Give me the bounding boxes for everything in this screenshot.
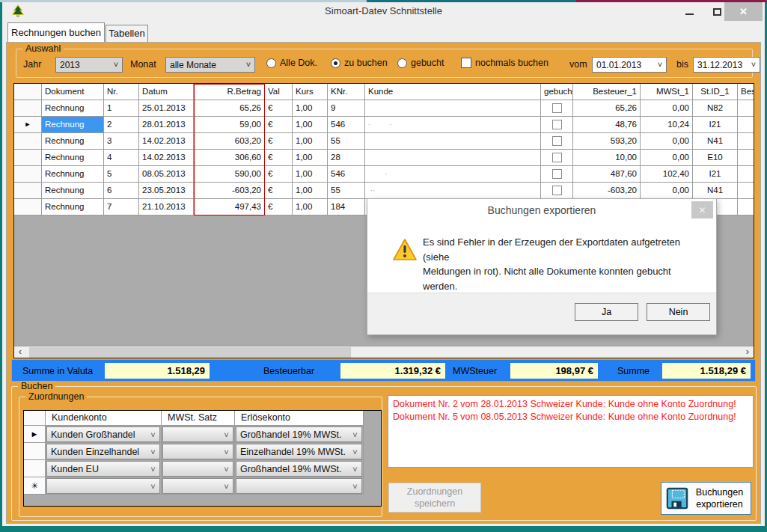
grid-header-cell[interactable]: MWSt_1 xyxy=(641,84,693,100)
grid-header-cell[interactable]: Kunde xyxy=(365,84,541,100)
row-selector[interactable] xyxy=(14,199,42,215)
row-selector[interactable] xyxy=(14,150,42,166)
grid-cell-nr[interactable]: 5 xyxy=(104,166,139,183)
grid-cell-rest[interactable] xyxy=(738,199,754,215)
grid-header-cell[interactable]: R.Betrag xyxy=(194,84,265,100)
scroll-left-icon[interactable]: ‹ xyxy=(14,346,26,358)
grid-cell-datum[interactable]: 21.10.2013 xyxy=(139,199,194,215)
grid-cell-datum[interactable]: 14.02.2013 xyxy=(139,150,194,166)
zuordnungen-select-kundenkonto[interactable]: Kunden Großhandel˅ xyxy=(46,426,160,442)
grid-header-cell[interactable]: Datum xyxy=(139,84,194,100)
grid-cell-nr[interactable]: 4 xyxy=(104,150,139,166)
grid-header-cell[interactable]: Kurs xyxy=(293,84,328,100)
close-button[interactable]: ✕ xyxy=(724,2,763,21)
grid-header-cell[interactable]: Bester xyxy=(738,84,754,100)
grid-cell-datum[interactable]: 08.05.2013 xyxy=(139,166,194,183)
grid-header-cell[interactable] xyxy=(14,84,42,100)
grid-cell-kunde[interactable]: ·· xyxy=(365,183,541,199)
grid-cell-besteuer1[interactable]: 487,60 xyxy=(573,166,641,183)
grid-cell-rbetrag[interactable]: 59,00 xyxy=(194,117,265,133)
grid-cell-besteuer1[interactable]: -603,20 xyxy=(573,183,641,199)
zuordnungen-select-erloesekonto[interactable]: ˅ xyxy=(236,478,362,494)
grid-cell-nr[interactable]: 7 xyxy=(104,199,139,215)
grid-cell-rbetrag[interactable]: 497,43 xyxy=(194,199,265,215)
grid-cell-gebucht[interactable] xyxy=(541,100,573,117)
grid-cell-knr[interactable]: 55 xyxy=(328,133,365,150)
grid-cell-knr[interactable]: 184 xyxy=(328,199,365,215)
grid-cell-knr[interactable]: 546 xyxy=(328,166,365,183)
grid-cell-nr[interactable]: 1 xyxy=(104,100,139,117)
grid-header-cell[interactable]: Dokument xyxy=(42,84,104,100)
grid-cell-kunde[interactable] xyxy=(365,133,541,150)
grid-cell-kunde[interactable]: · xyxy=(365,166,541,183)
grid-cell-rest[interactable] xyxy=(738,183,754,199)
grid-cell-dokument[interactable]: Rechnung xyxy=(42,183,104,199)
grid-cell-knr[interactable]: 546 xyxy=(328,117,365,133)
grid-cell-kunde[interactable] xyxy=(365,100,541,117)
grid-header-cell[interactable]: St.ID_1 xyxy=(693,84,738,100)
scrollbar-thumb[interactable] xyxy=(29,347,351,358)
grid-cell-stid1[interactable]: E10 xyxy=(693,150,738,166)
grid-cell-rest[interactable] xyxy=(738,117,754,133)
zuordnungen-select-erloesekonto[interactable]: Einzelhandel 19% MWSt.˅ xyxy=(236,444,362,459)
zuordnungen-row-selector[interactable]: ✳ xyxy=(24,477,46,495)
grid-cell-gebucht[interactable] xyxy=(541,183,573,199)
grid-cell-val[interactable]: € xyxy=(265,183,293,199)
row-selector[interactable] xyxy=(14,133,42,150)
grid-cell-knr[interactable]: 55 xyxy=(328,183,365,199)
zuordnungen-select-mwst_satz[interactable]: ˅ xyxy=(162,461,233,477)
grid-cell-rest[interactable] xyxy=(738,100,754,117)
nochmals-buchen-checkbox[interactable]: nochmals buchen xyxy=(461,58,548,68)
grid-cell-datum[interactable]: 23.05.2013 xyxy=(139,183,194,199)
grid-cell-kunde[interactable]: · · xyxy=(365,117,541,133)
grid-cell-mwst1[interactable]: 0,00 xyxy=(641,100,693,117)
horizontal-scrollbar[interactable]: ‹ › xyxy=(14,346,754,358)
grid-header-cell[interactable]: gebucht xyxy=(541,84,573,100)
grid-cell-rest[interactable]: 2 xyxy=(738,150,754,166)
ja-button[interactable]: Ja xyxy=(575,303,638,321)
row-selector[interactable] xyxy=(14,100,42,117)
grid-header-cell[interactable]: Val xyxy=(265,84,293,100)
grid-cell-rbetrag[interactable]: 306,60 xyxy=(194,150,265,166)
grid-cell-besteuer1[interactable]: 48,76 xyxy=(573,117,641,133)
grid-cell-nr[interactable]: 2 xyxy=(104,117,139,133)
grid-cell-dokument[interactable]: Rechnung xyxy=(42,166,104,183)
grid-cell-stid1[interactable]: N82 xyxy=(693,100,738,117)
grid-cell-mwst1[interactable]: 0,00 xyxy=(641,150,693,166)
row-selector[interactable] xyxy=(14,166,42,183)
grid-cell-kurs[interactable]: 1,00 xyxy=(293,133,328,150)
zuordnungen-select-mwst_satz[interactable]: ˅ xyxy=(162,426,233,442)
row-selector[interactable]: ► xyxy=(14,117,42,133)
dialog-close-button[interactable]: ✕ xyxy=(691,201,713,218)
grid-cell-dokument[interactable]: Rechnung xyxy=(42,133,104,150)
grid-cell-dokument[interactable]: Rechnung xyxy=(42,150,104,166)
grid-cell-mwst1[interactable]: 0,00 xyxy=(641,133,693,150)
grid-cell-kurs[interactable]: 1,00 xyxy=(293,183,328,199)
grid-cell-val[interactable]: € xyxy=(265,100,293,117)
minimize-button[interactable] xyxy=(679,2,699,21)
grid-cell-rbetrag[interactable]: 603,20 xyxy=(194,133,265,150)
monat-select[interactable]: alle Monate ˅ xyxy=(165,57,255,73)
grid-cell-rbetrag[interactable]: -603,20 xyxy=(194,183,265,199)
grid-cell-kurs[interactable]: 1,00 xyxy=(293,166,328,183)
jahr-select[interactable]: 2013 ˅ xyxy=(55,57,123,73)
radio-alle-dok[interactable]: Alle Dok. xyxy=(266,58,317,68)
grid-cell-nr[interactable]: 3 xyxy=(104,133,139,150)
grid-cell-knr[interactable]: 28 xyxy=(328,150,365,166)
zuordnungen-select-erloesekonto[interactable]: Großhandel 19% MWSt.˅ xyxy=(236,461,362,477)
zuordnungen-header-cell[interactable]: Erlösekonto xyxy=(235,411,364,426)
zuordnungen-header-cell[interactable]: Kundenkonto xyxy=(46,411,162,426)
zuordnungen-select-erloesekonto[interactable]: Großhandel 19% MWSt.˅ xyxy=(236,426,362,442)
radio-gebucht[interactable]: gebucht xyxy=(397,58,444,68)
zuordnungen-row-selector[interactable] xyxy=(24,460,46,477)
grid-cell-kurs[interactable]: 1,00 xyxy=(293,199,328,215)
grid-header-cell[interactable]: Besteuer_1 xyxy=(573,84,641,100)
zuordnungen-select-mwst_satz[interactable]: ˅ xyxy=(162,444,233,459)
zuordnungen-header-cell[interactable]: MWSt. Satz xyxy=(162,411,235,426)
grid-cell-datum[interactable]: 28.01.2013 xyxy=(139,117,194,133)
zuordnungen-select-mwst_satz[interactable]: ˅ xyxy=(162,478,233,494)
grid-cell-kurs[interactable]: 1,00 xyxy=(293,150,328,166)
zuordnungen-select-kundenkonto[interactable]: Kunden Einzelhandel˅ xyxy=(46,444,160,459)
row-selector[interactable] xyxy=(14,183,42,199)
zuordnungen-row-selector[interactable]: ► xyxy=(24,426,46,443)
